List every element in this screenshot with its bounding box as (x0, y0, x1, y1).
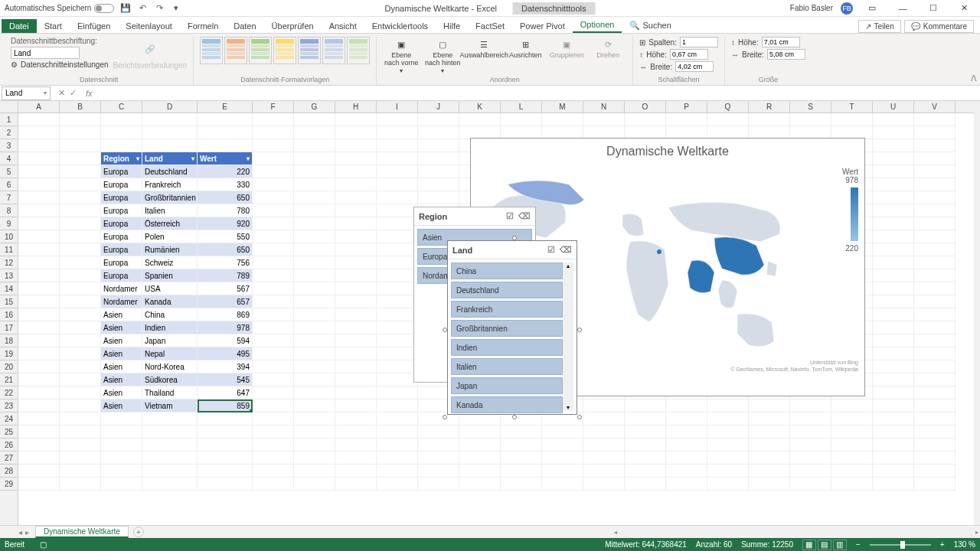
cell[interactable] (914, 439, 956, 452)
cell[interactable] (459, 452, 501, 465)
cell[interactable] (377, 191, 418, 204)
cell[interactable]: USA (142, 282, 198, 295)
cell[interactable] (335, 386, 377, 399)
cell[interactable] (18, 243, 60, 256)
cell[interactable] (253, 113, 294, 126)
cell[interactable]: Nordamer (101, 295, 142, 308)
cell[interactable] (377, 425, 418, 439)
cell[interactable] (914, 191, 956, 204)
cell[interactable] (666, 439, 707, 452)
cell[interactable] (625, 439, 666, 452)
slicer-item[interactable]: Indien (451, 339, 563, 356)
cell[interactable] (60, 425, 101, 439)
tab-help[interactable]: Hilfe (436, 19, 468, 33)
row-header[interactable]: 7 (0, 191, 18, 204)
cell[interactable]: Südkorea (142, 373, 198, 386)
cell[interactable] (914, 139, 956, 152)
cell[interactable] (914, 165, 956, 178)
cell[interactable] (294, 373, 335, 386)
cell[interactable] (914, 347, 956, 360)
cell[interactable] (335, 321, 377, 334)
cell[interactable] (60, 347, 101, 360)
cell[interactable] (873, 478, 914, 491)
cell[interactable] (60, 230, 101, 243)
sheet-tab[interactable]: Dynamische Weltkarte (35, 526, 129, 538)
cell[interactable] (198, 425, 253, 439)
zoom-level[interactable]: 130 % (954, 540, 975, 549)
cell[interactable] (198, 439, 253, 452)
cell[interactable] (666, 478, 707, 491)
page-break-view-icon[interactable]: ▥ (833, 540, 847, 550)
cell[interactable]: 550 (198, 230, 253, 243)
cell[interactable] (335, 191, 377, 204)
cell[interactable]: Asien (101, 386, 142, 399)
cell[interactable] (335, 139, 377, 152)
cell[interactable] (501, 113, 542, 126)
cell[interactable] (873, 139, 914, 152)
cell[interactable] (101, 425, 142, 439)
formula-input[interactable] (96, 87, 980, 99)
row-header[interactable]: 11 (0, 243, 18, 256)
cell[interactable] (377, 360, 418, 373)
cell[interactable] (60, 439, 101, 452)
cell[interactable]: Vietnam (142, 399, 198, 412)
cell[interactable]: Spanien (142, 269, 198, 282)
macro-record-icon[interactable]: ▢ (40, 540, 47, 549)
cell[interactable] (625, 465, 666, 478)
cell[interactable] (294, 217, 335, 230)
cell[interactable] (377, 152, 418, 165)
cell[interactable] (335, 308, 377, 321)
cell[interactable] (101, 465, 142, 478)
cell[interactable]: 756 (198, 256, 253, 269)
cell[interactable] (501, 465, 542, 478)
button-height-input[interactable] (670, 49, 708, 60)
cell[interactable] (873, 439, 914, 452)
enter-formula-icon[interactable]: ✓ (70, 88, 77, 98)
cell[interactable] (253, 360, 294, 373)
close-icon[interactable]: ✕ (952, 1, 975, 16)
cell[interactable] (790, 439, 831, 452)
cell[interactable] (253, 139, 294, 152)
column-header[interactable]: G (294, 101, 335, 112)
cell[interactable] (101, 139, 142, 152)
cell[interactable] (418, 126, 459, 139)
cell[interactable] (294, 178, 335, 191)
cell[interactable] (377, 282, 418, 295)
table-header-cell[interactable]: Wert▾ (198, 152, 253, 165)
cell[interactable] (253, 178, 294, 191)
cell[interactable] (377, 113, 418, 126)
cell[interactable] (294, 152, 335, 165)
cell[interactable] (18, 478, 60, 491)
cell[interactable]: Europa (101, 178, 142, 191)
cell[interactable] (583, 113, 625, 126)
clear-filter-icon[interactable]: ⌫ (518, 211, 531, 221)
cell[interactable] (831, 113, 873, 126)
cell[interactable] (625, 113, 666, 126)
cell[interactable] (335, 113, 377, 126)
cell[interactable] (142, 439, 198, 452)
column-header[interactable]: K (459, 101, 501, 112)
cell[interactable] (253, 204, 294, 217)
cell[interactable]: Japan (142, 334, 198, 347)
normal-view-icon[interactable]: ▦ (802, 540, 816, 550)
column-header[interactable]: J (418, 101, 459, 112)
clear-filter-icon[interactable]: ⌫ (560, 245, 572, 255)
cell[interactable] (873, 191, 914, 204)
cell[interactable] (18, 465, 60, 478)
redo-icon[interactable]: ↷ (154, 3, 165, 14)
cell[interactable] (914, 386, 956, 399)
cell[interactable] (873, 243, 914, 256)
cell[interactable] (18, 295, 60, 308)
cell[interactable]: 789 (198, 269, 253, 282)
row-header[interactable]: 19 (0, 347, 18, 360)
cell[interactable] (198, 465, 253, 478)
cell[interactable] (377, 178, 418, 191)
multi-select-icon[interactable]: ☑ (547, 245, 555, 255)
column-header[interactable]: N (583, 101, 625, 112)
cell[interactable] (18, 191, 60, 204)
cell[interactable] (873, 373, 914, 386)
cell[interactable] (60, 152, 101, 165)
cell[interactable] (583, 465, 625, 478)
column-header[interactable]: S (790, 101, 831, 112)
cell[interactable] (335, 465, 377, 478)
